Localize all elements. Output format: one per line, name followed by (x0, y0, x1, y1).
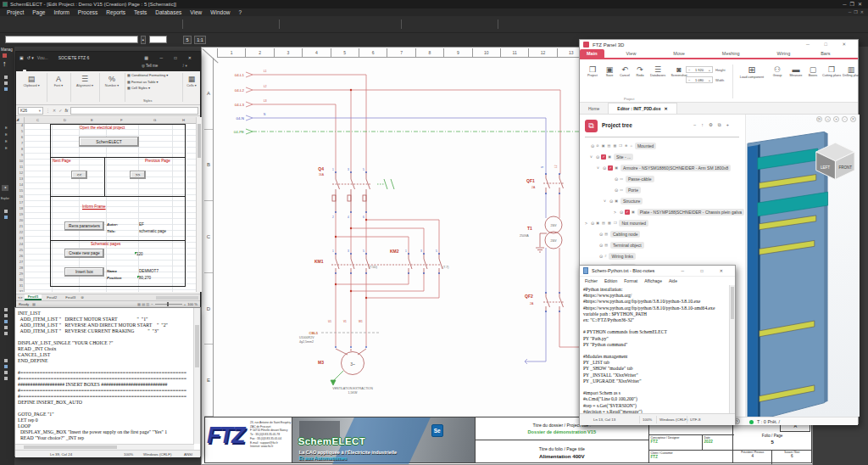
viewport-3d[interactable]: ⟳⌂+−≡ LEFT FRONT (745, 115, 860, 417)
tree-item-label[interactable]: Plate - NSYMP188|SCHNEIDER - Chassis ple… (637, 209, 744, 216)
tree-item-porte[interactable]: ⊙ ✓ ▭ Porte (609, 184, 744, 195)
number-group[interactable]: % Number ▾ (101, 75, 123, 87)
km2-contactor[interactable] (409, 254, 442, 273)
redo-icon[interactable] (142, 18, 155, 31)
manager-icon[interactable] (3, 53, 7, 58)
box-copy-tool-icon[interactable] (529, 18, 542, 31)
eye-icon[interactable]: ⊙ (599, 232, 603, 237)
tab-view[interactable]: View (620, 49, 643, 58)
cells-group[interactable]: ▦ Cells ▾ (183, 75, 200, 87)
menu-view[interactable]: View (190, 9, 202, 15)
menu-reports[interactable]: Reports (106, 9, 125, 15)
tree-item-terminal-object[interactable]: ⊙ ✓ ▤ Terminal object (593, 239, 744, 250)
command-go-button[interactable]: ▪ (141, 36, 146, 44)
fx-icon[interactable]: fx (64, 108, 68, 113)
km1-contactor[interactable] (336, 254, 370, 273)
undo-icon[interactable]: ↺ ▾ (27, 55, 34, 60)
eye-icon[interactable]: ⊙ (591, 143, 594, 148)
menu-databases[interactable]: Databases (155, 9, 181, 15)
mounted-checkbox[interactable]: ✓ (608, 165, 613, 171)
sheet-tab-feuil1[interactable]: Feuil1 (25, 294, 42, 300)
manager-tab[interactable]: Manag (1, 48, 13, 52)
page-tool-icon-3[interactable] (445, 18, 458, 31)
rens-parameters-button[interactable]: Rens parameters (64, 221, 104, 231)
eye-icon[interactable]: ⊙ (615, 188, 618, 193)
next-page-icon[interactable] (214, 18, 226, 31)
alt-cursor-icon[interactable] (239, 18, 252, 31)
q4-breaker[interactable] (332, 172, 370, 212)
print-setup-icon[interactable] (104, 18, 117, 31)
sheet-vscrollbar[interactable] (196, 117, 202, 292)
sheet-tab-feuil2[interactable]: Feuil2 (43, 294, 60, 300)
measure-button[interactable]: ▬Measure (787, 65, 805, 77)
print-icon[interactable] (92, 18, 104, 31)
toolbar-icon[interactable] (401, 20, 405, 29)
menu-affichage[interactable]: Affichage (644, 278, 662, 283)
tab-main[interactable]: Main (580, 49, 604, 58)
load-component-button[interactable]: ⊞Load component (736, 64, 768, 79)
dock-icon[interactable] (4, 314, 8, 317)
select-cursor-icon[interactable] (226, 18, 239, 31)
previous-page-icon[interactable] (188, 18, 201, 31)
eye-icon[interactable]: ⊙ (591, 221, 594, 226)
cells-icon[interactable]: ▦ (183, 75, 200, 83)
tree-item-passe-cable[interactable]: ⊙ ✓ ▭ Passe-câble (609, 173, 744, 184)
maximize-icon[interactable]: ❐ (850, 2, 858, 7)
move-symbol-icon[interactable] (285, 18, 298, 31)
macro-record-icon[interactable] (155, 18, 168, 31)
enter-icon[interactable]: ✓ (58, 108, 62, 113)
tree-item-cabling-node[interactable]: ⊙ ✓ ▤ Cabling node (593, 228, 744, 239)
cancel-icon[interactable]: ✕ (53, 108, 56, 113)
page-tool-icon-4[interactable] (458, 18, 470, 31)
tree-item-mounted[interactable]: ⊙ ✓ ⊘ ▣ ▤ ▦ ❐ ⊕ ⌂ Mounted (585, 140, 744, 151)
expand-arrow-icon[interactable]: ˅ (604, 199, 608, 204)
excel-window-controls[interactable]: ▦ ─ □ ✕ (144, 55, 197, 60)
sheet-hscrollbar[interactable] (156, 296, 198, 300)
redo-button[interactable]: ↷Redo (632, 65, 648, 77)
eye-icon[interactable]: ⊙ (615, 176, 618, 182)
clipboard-group[interactable]: ▤ Clipboard ▾ (19, 75, 43, 87)
page-tool-icon-6[interactable] (483, 18, 496, 31)
insert-box-button[interactable]: Insert box (64, 267, 104, 277)
next-page-button[interactable]: >> (130, 171, 146, 179)
save-icon[interactable] (28, 18, 41, 31)
expand-arrow-icon[interactable]: ˅ (597, 165, 601, 171)
zoom-1-1-button[interactable]: 1:1 (194, 36, 206, 44)
boxes-button[interactable]: ▢Boxes (805, 65, 821, 77)
panel3d-window-controls[interactable]: ─ □ ✕ (806, 42, 853, 47)
grid-tool-icon[interactable] (336, 18, 348, 31)
page-tool-icon-2[interactable] (432, 18, 445, 31)
close-tab-icon[interactable]: ✕ (664, 106, 667, 111)
info-icon[interactable] (348, 18, 361, 31)
menu-edition[interactable]: Edition (604, 278, 617, 283)
tree-item-label[interactable]: Terminal object (610, 242, 644, 249)
menu-aide[interactable]: Aide (669, 278, 677, 283)
dock-icon[interactable] (4, 216, 8, 219)
format-as-table[interactable]: ▦ Format as Table ▾ (127, 79, 168, 86)
tree-item-label[interactable]: Wiring links (609, 253, 636, 260)
height-stepper[interactable]: −1 920+ (686, 66, 713, 73)
expand-arrow-icon[interactable]: ˃ (614, 210, 618, 215)
tree-item-label[interactable]: Not mounted (619, 220, 648, 227)
dock-icon[interactable] (4, 308, 8, 311)
notepad-text[interactable]: #Python installation:#https://www.python… (580, 285, 730, 413)
page-tool-icon-1[interactable] (420, 18, 432, 31)
menu-inform[interactable]: Inform (53, 9, 69, 15)
dock-icon[interactable] (4, 76, 8, 79)
rotate-left-icon[interactable] (252, 18, 264, 31)
save-icon[interactable]: ▣ (19, 55, 24, 60)
undo-icon[interactable] (130, 18, 142, 31)
eye-icon[interactable]: ⊙ (599, 254, 603, 259)
cancel-button[interactable]: ↶Cancel (617, 65, 632, 77)
tree-item-site[interactable]: ˅ ⊙ ✓ ▣ Site - ... (590, 151, 744, 162)
menu-process[interactable]: Process (78, 9, 97, 15)
formula-input[interactable] (70, 107, 198, 115)
toolbar-icon[interactable] (182, 20, 186, 29)
box-tool-icon[interactable] (504, 18, 516, 31)
menu-format[interactable]: Format (624, 278, 637, 283)
tab-bars[interactable]: Bars (814, 49, 837, 58)
delete-icon[interactable] (361, 18, 374, 31)
menu-tests[interactable]: Tests (134, 9, 147, 15)
tree-item-label[interactable]: Passe-câble (626, 176, 654, 182)
scroll-left-button[interactable]: ◂ (2, 185, 8, 191)
